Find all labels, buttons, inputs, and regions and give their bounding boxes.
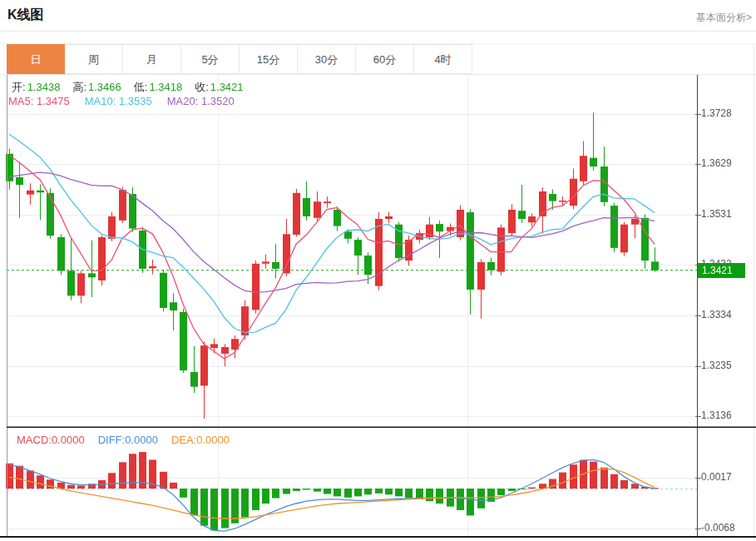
macd-value: 0.0000 bbox=[52, 434, 85, 446]
tab-15min[interactable]: 15分 bbox=[240, 44, 298, 74]
tab-5min[interactable]: 5分 bbox=[181, 44, 240, 74]
macd-axis-label: -0.0068 bbox=[701, 522, 735, 534]
ma20-label: MA20: bbox=[167, 95, 199, 107]
close-value: 1.3421 bbox=[210, 81, 244, 93]
low-value: 1.3418 bbox=[149, 81, 182, 93]
ma10-pair: MA10: 1.3535 bbox=[85, 95, 152, 107]
interval-tabbar: 日 周 月 5分 15分 30分 60分 4时 bbox=[0, 43, 756, 75]
kline-chart-canvas[interactable] bbox=[0, 75, 756, 541]
ohlc-readout: 开:1.3438 高:1.3466 低:1.3418 收:1.3421 bbox=[12, 80, 244, 95]
ma5-pair: MA5: 1.3475 bbox=[8, 95, 70, 107]
tab-month[interactable]: 月 bbox=[123, 44, 181, 74]
price-axis-label: 1.3629 bbox=[701, 157, 732, 169]
tab-60min[interactable]: 60分 bbox=[356, 44, 414, 74]
dea-pair: DEA:0.0000 bbox=[171, 434, 230, 446]
tab-30min[interactable]: 30分 bbox=[298, 44, 356, 74]
price-axis-label: 1.3235 bbox=[701, 360, 732, 371]
open-label: 开: bbox=[12, 81, 26, 93]
high-label: 高: bbox=[72, 81, 86, 93]
open-pair: 开:1.3438 bbox=[12, 80, 60, 95]
ma20-value: 1.3520 bbox=[201, 95, 235, 107]
low-pair: 低:1.3418 bbox=[134, 80, 182, 95]
header-divider bbox=[0, 31, 756, 32]
high-pair: 高:1.3466 bbox=[72, 80, 121, 95]
diff-pair: DIFF:0.0000 bbox=[98, 434, 158, 446]
open-value: 1.3438 bbox=[27, 81, 61, 93]
price-axis-label: 1.3136 bbox=[701, 409, 732, 421]
ma5-label: MA5: bbox=[8, 95, 33, 107]
tab-4hour[interactable]: 4时 bbox=[414, 44, 472, 74]
fundamental-analysis-link[interactable]: 基本面分析> bbox=[696, 11, 752, 25]
ma5-value: 1.3475 bbox=[37, 95, 70, 107]
ma-readout: MA5: 1.3475 MA10: 1.3535 MA20: 1.3520 bbox=[8, 95, 235, 107]
low-label: 低: bbox=[134, 81, 148, 93]
macd-readout: MACD:0.0000 DIFF:0.0000 DEA:0.0000 bbox=[17, 434, 230, 446]
page-title: K线图 bbox=[7, 7, 44, 24]
close-pair: 收:1.3421 bbox=[195, 80, 243, 95]
high-value: 1.3466 bbox=[88, 81, 121, 93]
current-price-badge: 1.3421 bbox=[698, 263, 745, 278]
diff-value: 0.0000 bbox=[125, 434, 158, 446]
tab-day[interactable]: 日 bbox=[7, 44, 65, 74]
tab-week[interactable]: 周 bbox=[65, 44, 123, 74]
dea-value: 0.0000 bbox=[196, 434, 230, 446]
macd-label: MACD: bbox=[17, 434, 52, 446]
macd-axis-label: 0.0017 bbox=[701, 471, 732, 483]
price-axis-label: 1.3531 bbox=[701, 208, 732, 220]
price-axis-label: 1.3728 bbox=[701, 107, 732, 119]
close-label: 收: bbox=[195, 81, 209, 93]
price-axis-label: 1.3334 bbox=[701, 309, 732, 320]
diff-label: DIFF: bbox=[98, 434, 126, 446]
macd-pair: MACD:0.0000 bbox=[17, 434, 85, 446]
ma20-pair: MA20: 1.3520 bbox=[167, 95, 235, 107]
ma10-value: 1.3535 bbox=[119, 95, 152, 107]
dea-label: DEA: bbox=[171, 434, 196, 446]
ma10-label: MA10: bbox=[85, 95, 116, 107]
